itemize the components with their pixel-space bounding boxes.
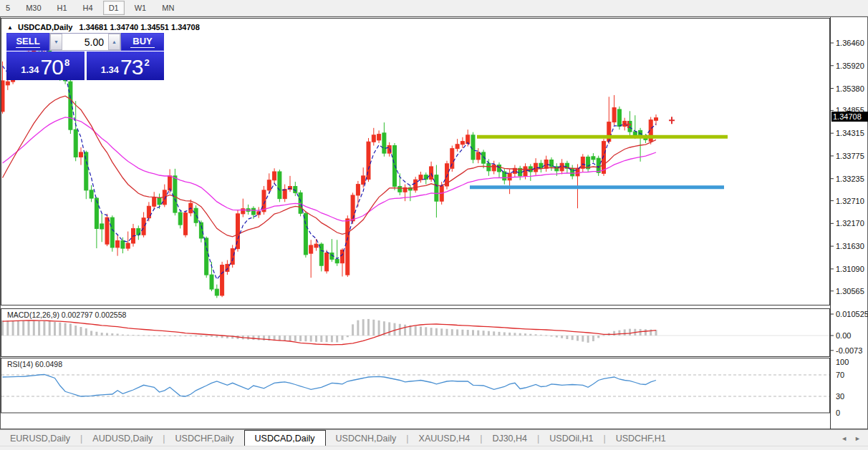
chart-tab-audusd-daily[interactable]: AUDUSD,Daily — [82, 430, 163, 446]
macd-indicator-label: MACD(12,26,9) 0.002797 0.002558 — [7, 310, 126, 319]
collapse-triangle-icon[interactable]: ▲ — [7, 24, 13, 31]
price-axis-label: 1.35380 — [836, 84, 864, 93]
timeframe-button-mn[interactable]: MN — [156, 1, 180, 15]
chart-tab-eurusd-daily[interactable]: EURUSD,Daily — [0, 430, 80, 446]
price-axis-label: 1.31090 — [836, 265, 864, 273]
rsi-panel-area[interactable] — [1, 358, 830, 413]
window-bottom-strip — [0, 446, 868, 450]
volume-decrease-button[interactable]: ▼ — [50, 34, 62, 50]
timeframe-button-w1[interactable]: W1 — [129, 1, 153, 15]
price-axis-label: 1.32170 — [836, 219, 864, 228]
timeframe-toolbar: 5M30H1H4D1W1MN — [0, 0, 868, 16]
chart-tab-xauusd-h4[interactable]: XAUUSD,H4 — [409, 430, 481, 446]
chart-symbol: USDCAD,Daily — [18, 23, 72, 31]
chart-window: ▲ USDCAD,Daily 1.34681 1.34740 1.34551 1… — [0, 16, 868, 429]
sell-button[interactable]: SELL — [6, 33, 49, 51]
price-axis-label: 1.35920 — [836, 62, 864, 70]
price-axis-label: 1.33235 — [836, 175, 864, 183]
timeframe-button-m30[interactable]: M30 — [20, 1, 47, 15]
bid-price-point: 8 — [64, 57, 69, 68]
price-axis-label: 1.30565 — [836, 287, 864, 295]
ask-quote-panel[interactable]: 1.34 73 2 — [87, 52, 165, 80]
current-price-tag: 1.34708 — [831, 112, 868, 122]
chart-ohlc-values: 1.34681 1.34740 1.34551 1.34708 — [79, 23, 200, 31]
volume-increase-button[interactable]: ▲ — [108, 34, 120, 50]
rsi-indicator-label: RSI(14) 60.0498 — [7, 360, 62, 368]
rsi-axis-label: 100 — [836, 358, 849, 366]
timeframe-button-h1[interactable]: H1 — [52, 1, 73, 15]
timeframe-button-h4[interactable]: H4 — [77, 1, 99, 15]
volume-input[interactable]: 5.00 — [62, 34, 108, 50]
timeframe-button-5[interactable]: 5 — [0, 1, 16, 15]
rsi-axis-label: 30 — [836, 392, 844, 401]
macd-axis-label: 0.010525 — [836, 310, 868, 318]
bid-quote-panel[interactable]: 1.34 70 8 — [6, 52, 85, 80]
rsi-axis-label: 0 — [836, 409, 840, 417]
chart-tab-dj30-h4[interactable]: DJ30,H4 — [482, 430, 537, 446]
ask-price-point: 2 — [144, 57, 149, 68]
chart-tab-usdcad-daily[interactable]: USDCAD,Daily — [244, 430, 326, 446]
buy-button[interactable]: BUY — [121, 33, 164, 51]
macd-axis-label: 0.00 — [836, 331, 851, 340]
tabs-scroll-right-icon[interactable]: ► — [854, 435, 861, 442]
macd-axis-label: -0.0073 — [836, 346, 862, 355]
price-axis-label: 1.31630 — [836, 242, 864, 250]
bid-price-pips: 70 — [41, 57, 63, 77]
chart-tab-usdoil-h1[interactable]: USDOil,H1 — [539, 430, 603, 446]
rsi-axis-label: 70 — [836, 371, 844, 379]
chart-title: ▲ USDCAD,Daily 1.34681 1.34740 1.34551 1… — [7, 23, 200, 31]
ask-price-pips: 73 — [120, 57, 143, 77]
bid-price-base: 1.34 — [21, 63, 39, 77]
one-click-trade-panel: SELL ▼ 5.00 ▲ BUY 1.34 70 8 1.34 73 2 — [6, 33, 164, 80]
price-axis-label: 1.36460 — [836, 39, 864, 47]
chart-tab-usdchf-daily[interactable]: USDCHF,Daily — [165, 430, 244, 446]
timeframe-button-d1[interactable]: D1 — [103, 1, 125, 15]
tabs-scroll-left-icon[interactable]: ◄ — [841, 435, 847, 442]
price-axis-label: 1.33775 — [836, 152, 864, 160]
tab-scroll-arrows: ◄► — [841, 430, 868, 446]
price-axis-label: 1.34315 — [836, 129, 864, 137]
chart-tab-usdchf-h1[interactable]: USDCHF,H1 — [606, 430, 676, 446]
chart-tab-usdcnh-daily[interactable]: USDCNH,Daily — [326, 430, 407, 446]
chart-tab-bar: EURUSD,Daily|AUDUSD,Daily|USDCHF,DailyUS… — [0, 429, 868, 446]
ask-price-base: 1.34 — [101, 63, 119, 77]
price-axis-label: 1.32710 — [836, 197, 864, 205]
volume-stepper: ▼ 5.00 ▲ — [49, 33, 121, 51]
